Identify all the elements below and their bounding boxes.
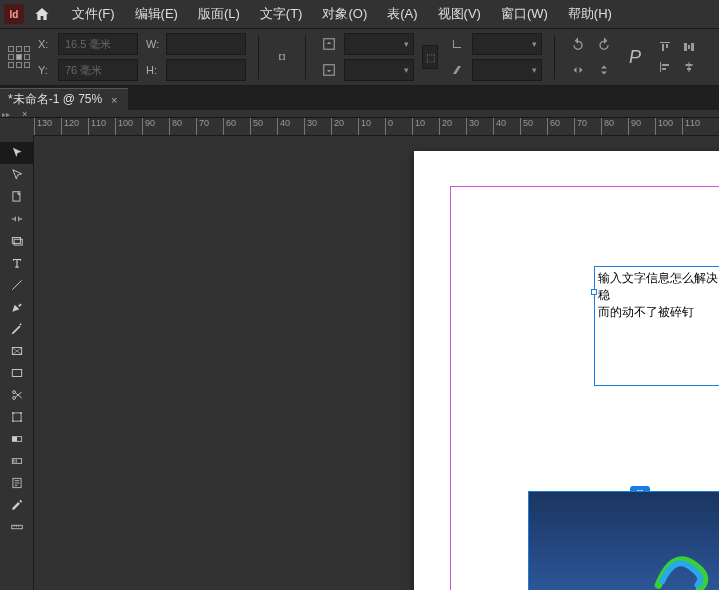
svg-rect-11 bbox=[689, 62, 690, 72]
constrain-icon[interactable] bbox=[271, 46, 293, 68]
canvas[interactable]: 输入文字信息怎么解决，不稳 而的动不了被碎钉 极光下载站 www.xz7.com bbox=[34, 136, 719, 590]
rotate-angle-icon bbox=[446, 33, 468, 55]
svg-rect-16 bbox=[14, 239, 22, 245]
menu-window[interactable]: 窗口(W) bbox=[491, 1, 558, 27]
pen-tool[interactable] bbox=[0, 296, 34, 318]
menu-type[interactable]: 文字(T) bbox=[250, 1, 313, 27]
menu-edit[interactable]: 编辑(E) bbox=[125, 1, 188, 27]
line-tool[interactable] bbox=[0, 274, 34, 296]
ruler-tick: 0 bbox=[385, 118, 393, 136]
menu-view[interactable]: 视图(V) bbox=[428, 1, 491, 27]
fit-dropdown-1[interactable] bbox=[344, 33, 414, 55]
ruler-tick: 20 bbox=[439, 118, 452, 136]
h-input[interactable] bbox=[166, 59, 246, 81]
gap-tool[interactable] bbox=[0, 208, 34, 230]
rotate-dropdown[interactable] bbox=[472, 33, 542, 55]
image-frame[interactable]: 极光下载站 www.xz7.com bbox=[528, 491, 719, 590]
type-tool[interactable] bbox=[0, 252, 34, 274]
svg-rect-2 bbox=[660, 42, 670, 43]
w-input[interactable] bbox=[166, 33, 246, 55]
ruler-tick: 70 bbox=[196, 118, 209, 136]
ruler-tick: 80 bbox=[169, 118, 182, 136]
expand-panel-icon[interactable]: ▸▸ bbox=[2, 110, 10, 119]
flip-vertical-icon[interactable] bbox=[593, 59, 615, 81]
content-collector-tool[interactable] bbox=[0, 230, 34, 252]
link-badge[interactable]: ⬚ bbox=[422, 45, 438, 69]
separator bbox=[258, 35, 259, 79]
close-tab-icon[interactable]: × bbox=[108, 94, 120, 106]
direct-selection-tool[interactable] bbox=[0, 164, 34, 186]
svg-rect-18 bbox=[12, 370, 21, 377]
gradient-swatch-tool[interactable] bbox=[0, 428, 34, 450]
menu-table[interactable]: 表(A) bbox=[377, 1, 427, 27]
h-label: H: bbox=[146, 64, 162, 76]
menu-file[interactable]: 文件(F) bbox=[62, 1, 125, 27]
svg-rect-13 bbox=[687, 68, 691, 70]
shear-dropdown[interactable] bbox=[472, 59, 542, 81]
rectangle-tool[interactable] bbox=[0, 362, 34, 384]
transform-icons bbox=[567, 33, 615, 81]
eyedropper-tool[interactable] bbox=[0, 494, 34, 516]
ruler-tick: 60 bbox=[223, 118, 236, 136]
fit-dropdown-2[interactable] bbox=[344, 59, 414, 81]
menu-help[interactable]: 帮助(H) bbox=[558, 1, 622, 27]
text-frame[interactable]: 输入文字信息怎么解决，不稳 而的动不了被碎钉 bbox=[594, 266, 719, 386]
document-tab-title: *未命名-1 @ 75% bbox=[8, 91, 102, 108]
svg-rect-15 bbox=[12, 238, 20, 244]
flip-horizontal-icon[interactable] bbox=[567, 59, 589, 81]
placed-image: 极光下载站 www.xz7.com bbox=[529, 492, 719, 590]
rectangle-frame-tool[interactable] bbox=[0, 340, 34, 362]
y-input[interactable]: 76 毫米 bbox=[58, 59, 138, 81]
control-bar: X: 16.5 毫米 Y: 76 毫米 W: H: ⬚ bbox=[0, 28, 719, 86]
selection-tool[interactable] bbox=[0, 142, 34, 164]
ruler-tick: 90 bbox=[142, 118, 155, 136]
app-logo: Id bbox=[4, 4, 24, 24]
svg-point-23 bbox=[20, 412, 22, 414]
scissors-tool[interactable] bbox=[0, 384, 34, 406]
svg-rect-30 bbox=[12, 525, 23, 529]
distribute-icon[interactable] bbox=[679, 39, 699, 55]
ruler-tick: 60 bbox=[547, 118, 560, 136]
svg-rect-8 bbox=[660, 62, 661, 72]
free-transform-tool[interactable] bbox=[0, 406, 34, 428]
rotate-cw-icon[interactable] bbox=[593, 33, 615, 55]
svg-point-24 bbox=[12, 420, 14, 422]
ruler-tick: 30 bbox=[304, 118, 317, 136]
horizontal-ruler[interactable]: 1301201101009080706050403020100102030405… bbox=[34, 118, 719, 136]
paragraph-style-icon[interactable]: P bbox=[623, 47, 647, 68]
note-tool[interactable] bbox=[0, 472, 34, 494]
gradient-feather-tool[interactable] bbox=[0, 450, 34, 472]
swirl-graphic bbox=[641, 540, 719, 590]
ruler-tick: 100 bbox=[655, 118, 673, 136]
x-input[interactable]: 16.5 毫米 bbox=[58, 33, 138, 55]
position-group: X: 16.5 毫米 Y: 76 毫米 bbox=[38, 33, 138, 81]
fit-frame-icon[interactable] bbox=[318, 33, 340, 55]
home-icon[interactable] bbox=[30, 2, 54, 26]
separator bbox=[554, 35, 555, 79]
align-center-icon[interactable] bbox=[679, 59, 699, 75]
document-tab[interactable]: *未命名-1 @ 75% × bbox=[0, 88, 128, 110]
tools-panel bbox=[0, 136, 34, 590]
measure-tool[interactable] bbox=[0, 516, 34, 538]
svg-rect-6 bbox=[691, 43, 694, 51]
close-panel-icon[interactable]: × bbox=[22, 109, 27, 119]
text-content[interactable]: 输入文字信息怎么解决，不稳 而的动不了被碎钉 bbox=[598, 270, 719, 320]
reference-point[interactable] bbox=[8, 46, 30, 68]
shear-angle-icon bbox=[446, 59, 468, 81]
menu-layout[interactable]: 版面(L) bbox=[188, 1, 250, 27]
text-inport-icon[interactable] bbox=[591, 289, 597, 295]
align-top-icon[interactable] bbox=[655, 39, 675, 55]
svg-rect-7 bbox=[688, 45, 690, 49]
align-left-icon[interactable] bbox=[655, 59, 675, 75]
size-group: W: H: bbox=[146, 33, 246, 81]
fit-content-icon[interactable] bbox=[318, 59, 340, 81]
pencil-tool[interactable] bbox=[0, 318, 34, 340]
svg-rect-3 bbox=[662, 44, 664, 51]
rotate-ccw-icon[interactable] bbox=[567, 33, 589, 55]
page-tool[interactable] bbox=[0, 186, 34, 208]
ruler-tick: 110 bbox=[88, 118, 106, 136]
menu-object[interactable]: 对象(O) bbox=[312, 1, 377, 27]
svg-rect-10 bbox=[662, 68, 666, 70]
main-area: 输入文字信息怎么解决，不稳 而的动不了被碎钉 极光下载站 www.xz7.com bbox=[0, 136, 719, 590]
align-group bbox=[655, 39, 699, 75]
